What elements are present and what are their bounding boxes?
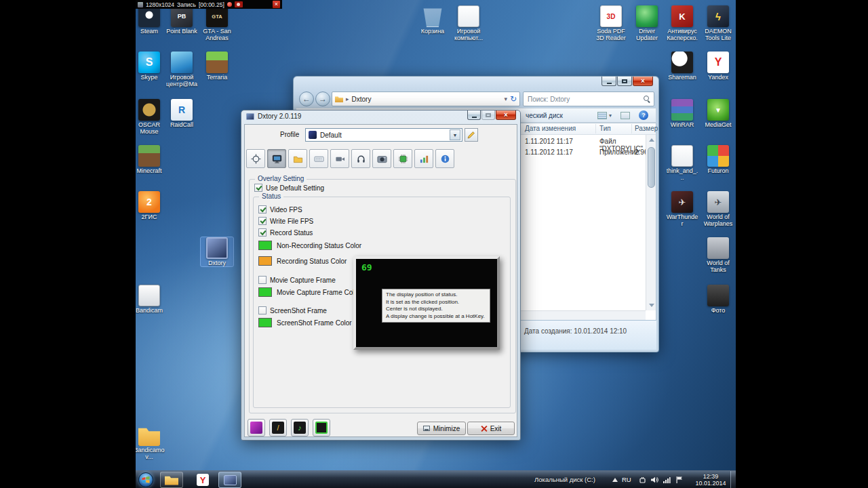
preview-pane-icon[interactable] xyxy=(620,112,630,119)
close-button[interactable]: × xyxy=(496,110,516,120)
capture-source-button[interactable] xyxy=(248,419,265,436)
write-file-fps-checkbox[interactable] xyxy=(258,217,267,225)
desktop-icon-soda-pdf[interactable]: 3DSoda PDF 3D Reader xyxy=(595,5,627,41)
desktop-icon-winrar[interactable]: WinRAR xyxy=(666,99,698,128)
forward-button[interactable]: → xyxy=(315,92,330,106)
desktop-icon-oscar-mouse[interactable]: OSCAR Mouse Scri... xyxy=(136,99,165,136)
movie-capture-frame-checkbox[interactable] xyxy=(258,276,267,284)
exit-button[interactable]: Exit xyxy=(467,422,515,435)
tab-movie[interactable] xyxy=(330,149,349,168)
column-header-modified[interactable]: Дата изменения xyxy=(525,125,576,132)
screenshot-frame-color-swatch[interactable] xyxy=(258,318,272,327)
desktop-icon-gta[interactable]: GTAGTA - San Andreas xyxy=(201,5,233,41)
record-status-checkbox[interactable] xyxy=(258,228,267,237)
tools-button[interactable]: / xyxy=(269,419,287,436)
maximize-button[interactable] xyxy=(481,110,495,120)
tab-position[interactable] xyxy=(246,149,265,168)
desktop-icon-steam[interactable]: Steam xyxy=(136,5,165,35)
desktop-icon-warthunder[interactable]: ✈WarThunder xyxy=(666,191,698,227)
video-fps-checkbox[interactable] xyxy=(258,205,267,214)
language-indicator[interactable]: RU xyxy=(622,476,631,483)
tray-icon-power[interactable] xyxy=(637,475,647,485)
vertical-scrollbar[interactable] xyxy=(646,135,656,310)
breadcrumb[interactable]: Dxtory xyxy=(352,96,372,103)
desktop-icon-minecraft[interactable]: Minecraft xyxy=(136,145,165,174)
desktop-icon-daemon-tools[interactable]: ϟDAEMON Tools Lite xyxy=(702,5,734,41)
desktop-icon-futuron[interactable]: Futuron xyxy=(702,145,734,174)
close-button[interactable]: × xyxy=(633,77,653,86)
breadcrumb-arrow-icon[interactable]: ▸ xyxy=(346,96,349,102)
desktop-icon-think-and[interactable]: think_and_... xyxy=(666,145,698,181)
desktop-icon-warplanes[interactable]: ✈World of Warplanes xyxy=(702,191,734,227)
desktop-icon-bandicam-folder[interactable]: Bandicamov... xyxy=(136,424,165,460)
use-default-checkbox[interactable] xyxy=(254,184,262,192)
non-recording-color-swatch[interactable] xyxy=(258,241,272,250)
desktop-icon-world-of-tanks[interactable]: World of Tanks xyxy=(702,237,734,273)
maximize-button[interactable] xyxy=(617,77,632,86)
tab-folder[interactable] xyxy=(288,149,307,168)
recorder-close-icon[interactable]: × xyxy=(273,1,280,8)
tab-advanced[interactable] xyxy=(414,149,433,168)
tab-codec[interactable] xyxy=(393,149,412,168)
taskbar-yandex-button[interactable]: Y xyxy=(191,472,214,488)
desktop-icon-raidcall[interactable]: RRaidCall xyxy=(165,99,198,128)
frame-tool-button[interactable] xyxy=(313,419,330,436)
refresh-icon[interactable]: ↻ xyxy=(510,94,517,104)
minimize-button[interactable] xyxy=(467,110,481,120)
tab-hotkey[interactable] xyxy=(309,149,328,168)
search-input[interactable] xyxy=(526,95,644,104)
address-dropdown-icon[interactable]: ▾ xyxy=(504,96,507,102)
recording-color-swatch[interactable] xyxy=(258,256,272,266)
tab-overlay[interactable] xyxy=(267,149,286,168)
overlay-position-preview[interactable]: 69 The display position of status. It is… xyxy=(353,256,500,350)
profile-select[interactable]: Default ▼ xyxy=(305,128,462,142)
edit-profile-button[interactable] xyxy=(465,128,478,142)
camera-icon[interactable] xyxy=(235,1,243,7)
record-dot-icon[interactable] xyxy=(227,2,232,7)
desktop-icon-2gis[interactable]: 22ГИС xyxy=(136,191,165,220)
desktop-icon-skype[interactable]: SSkype xyxy=(136,52,165,81)
show-desktop-button[interactable] xyxy=(730,471,736,488)
command-bar-text[interactable]: ческий диск xyxy=(526,112,563,119)
tray-expand-icon[interactable] xyxy=(612,478,618,482)
views-icon[interactable] xyxy=(597,112,607,119)
desktop-icon-mediaget[interactable]: ▼MediaGet xyxy=(702,99,734,128)
start-button[interactable] xyxy=(138,472,153,487)
movie-frame-color-swatch[interactable] xyxy=(258,287,272,297)
chevron-down-icon[interactable]: ▼ xyxy=(450,129,460,140)
back-button[interactable]: ← xyxy=(299,92,314,106)
taskbar-explorer-button[interactable] xyxy=(160,472,183,488)
views-dropdown-icon[interactable]: ▾ xyxy=(609,113,612,119)
desktop-icon-game-pc[interactable]: Игровой компьют... xyxy=(452,5,485,41)
screenshot-frame-checkbox[interactable] xyxy=(258,306,267,314)
scrollbar-thumb[interactable] xyxy=(648,147,655,188)
help-icon[interactable]: ? xyxy=(639,110,648,120)
tab-audio[interactable] xyxy=(351,149,370,168)
scroll-down-icon[interactable] xyxy=(649,304,654,307)
desktop-icon-bandicam[interactable]: Bandicam xyxy=(136,285,165,314)
audio-tool-button[interactable]: ♪ xyxy=(291,419,309,436)
minimize-button[interactable] xyxy=(601,77,616,86)
desktop-icon-shareman[interactable]: Shareman xyxy=(666,52,698,81)
desktop-icon-photo[interactable]: Фото xyxy=(702,285,734,314)
scroll-up-icon[interactable] xyxy=(649,138,654,142)
taskbar-dxtory-button[interactable] xyxy=(218,472,241,488)
tab-screenshot[interactable] xyxy=(372,149,391,168)
search-icon[interactable] xyxy=(644,96,651,103)
minimize-app-button[interactable]: Minimize xyxy=(417,422,466,435)
tray-icon-network[interactable] xyxy=(662,475,671,485)
desktop-icon-game-center[interactable]: Игровой центр@Ma... xyxy=(165,52,198,88)
column-header-type[interactable]: Тип xyxy=(599,125,611,132)
tray-drive-label[interactable]: Локальный диск (C:) xyxy=(534,476,595,483)
desktop-icon-dxtory[interactable]: Dxtory xyxy=(201,237,233,266)
column-header-size[interactable]: Размер xyxy=(635,125,658,132)
desktop-icon-recycle-bin[interactable]: Корзина xyxy=(416,5,449,35)
desktop-icon-kaspersky[interactable]: KАнтивирус Касперско... xyxy=(666,5,698,42)
clock[interactable]: 12:39 10.01.2014 xyxy=(692,473,730,487)
desktop-icon-terraria[interactable]: Terraria xyxy=(201,52,233,81)
tray-icon-action-center[interactable] xyxy=(674,475,684,485)
tab-about[interactable] xyxy=(435,149,454,168)
address-bar[interactable]: ▸ Dxtory ▾ ↻ xyxy=(332,92,520,106)
tray-icon-volume[interactable] xyxy=(650,475,659,485)
desktop-icon-yandex[interactable]: YYandex xyxy=(702,52,734,81)
